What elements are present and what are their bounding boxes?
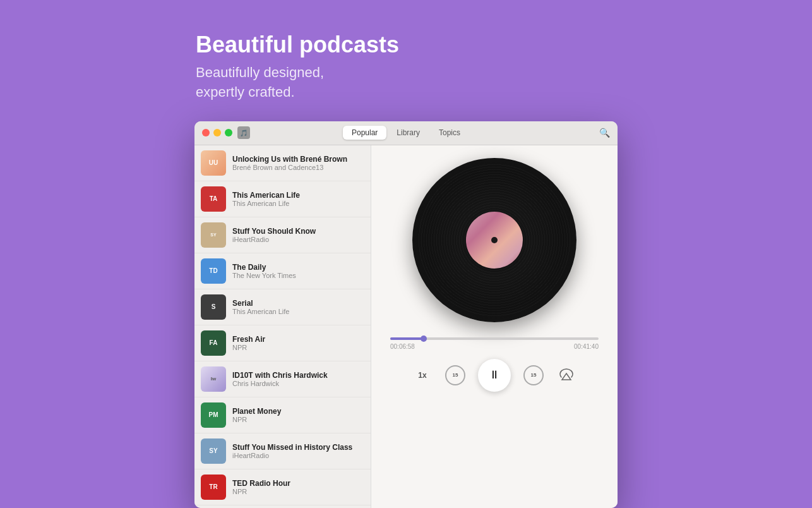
tab-topics[interactable]: Topics <box>430 126 469 140</box>
podcast-item-6[interactable]: FA Fresh Air NPR <box>194 325 371 361</box>
main-content: UU Unlocking Us with Brené Brown Brené B… <box>194 145 618 508</box>
podcast-item-2[interactable]: TA This American Life This American Life <box>194 181 371 217</box>
time-current: 00:06:58 <box>390 343 415 350</box>
progress-section: 00:06:58 00:41:40 <box>384 337 605 350</box>
podcast-item-5[interactable]: S Serial This American Life <box>194 289 371 325</box>
podcast-author-10: NPR <box>232 488 364 495</box>
podcast-info-7: ID10T with Chris Hardwick Chris Hardwick <box>232 371 364 387</box>
speed-button[interactable]: 1x <box>412 365 433 385</box>
tab-bar: Popular Library Topics <box>343 126 469 140</box>
podcast-artwork-10: TR <box>201 475 226 500</box>
traffic-lights <box>202 129 232 136</box>
skip-forward-button[interactable]: 15 <box>523 365 544 385</box>
podcast-item-10[interactable]: TR TED Radio Hour NPR <box>194 469 371 505</box>
podcast-info-2: This American Life This American Life <box>232 191 364 207</box>
podcast-info-10: TED Radio Hour NPR <box>232 479 364 495</box>
tab-popular[interactable]: Popular <box>343 126 386 140</box>
podcast-name-4: The Daily <box>232 263 364 272</box>
podcast-info-8: Planet Money NPR <box>232 407 364 423</box>
podcast-info-9: Stuff You Missed in History Class iHeart… <box>232 443 364 459</box>
podcast-artwork-3: SY <box>201 222 226 248</box>
podcast-name-5: Serial <box>232 299 364 308</box>
svg-marker-0 <box>562 373 571 380</box>
podcast-item-7[interactable]: Iw ID10T with Chris Hardwick Chris Hardw… <box>194 361 371 397</box>
skip-back-button[interactable]: 15 <box>445 365 465 385</box>
podcast-author-2: This American Life <box>232 200 364 207</box>
podcast-artwork-8: PM <box>201 402 226 428</box>
podcast-list: UU Unlocking Us with Brené Brown Brené B… <box>194 145 371 508</box>
podcast-name-6: Fresh Air <box>232 335 364 344</box>
podcast-name-7: ID10T with Chris Hardwick <box>232 371 364 380</box>
podcast-name-1: Unlocking Us with Brené Brown <box>232 155 364 164</box>
podcast-author-4: The New York Times <box>232 272 364 279</box>
vinyl-container <box>412 158 576 322</box>
tab-library[interactable]: Library <box>388 126 429 140</box>
podcast-info-5: Serial This American Life <box>232 299 364 315</box>
player-panel: 00:06:58 00:41:40 1x 15 ⏸ 15 <box>371 145 618 508</box>
podcast-item-8[interactable]: PM Planet Money NPR <box>194 397 371 433</box>
podcast-info-1: Unlocking Us with Brené Brown Brené Brow… <box>232 155 364 171</box>
playback-controls: 1x 15 ⏸ 15 <box>412 359 576 392</box>
podcast-author-8: NPR <box>232 416 364 423</box>
airplay-button[interactable] <box>556 365 576 385</box>
podcast-author-3: iHeartRadio <box>232 236 364 243</box>
podcast-artwork-7: Iw <box>201 366 226 392</box>
podcast-name-3: Stuff You Should Know <box>232 227 364 236</box>
podcast-item-3[interactable]: SY Stuff You Should Know iHeartRadio <box>194 217 371 253</box>
main-title: Beautiful podcasts <box>196 32 812 58</box>
podcast-artwork-4: TD <box>201 258 226 284</box>
app-icon: 🎵 <box>237 126 250 139</box>
podcast-author-7: Chris Hardwick <box>232 380 364 387</box>
podcast-artwork-5: S <box>201 294 226 320</box>
podcast-author-9: iHeartRadio <box>232 452 364 459</box>
podcast-info-3: Stuff You Should Know iHeartRadio <box>232 227 364 243</box>
minimize-button[interactable] <box>213 129 221 136</box>
sub-title: Beautifully designed, expertly crafted. <box>196 63 812 102</box>
progress-thumb <box>421 336 427 342</box>
podcast-author-6: NPR <box>232 344 364 351</box>
time-labels: 00:06:58 00:41:40 <box>390 343 599 350</box>
title-bar: 🎵 Popular Library Topics 🔍 <box>194 121 618 145</box>
podcast-info-6: Fresh Air NPR <box>232 335 364 351</box>
podcast-name-9: Stuff You Missed in History Class <box>232 443 364 452</box>
podcast-name-8: Planet Money <box>232 407 364 416</box>
time-total: 00:41:40 <box>574 343 599 350</box>
headline-section: Beautiful podcasts Beautifully designed,… <box>0 32 812 102</box>
podcast-item-9[interactable]: SY Stuff You Missed in History Class iHe… <box>194 433 371 469</box>
maximize-button[interactable] <box>225 129 232 136</box>
search-icon[interactable]: 🔍 <box>599 128 610 138</box>
podcast-artwork-1: UU <box>201 150 226 176</box>
podcast-info-4: The Daily The New York Times <box>232 263 364 279</box>
progress-bar[interactable] <box>390 337 599 340</box>
play-pause-button[interactable]: ⏸ <box>478 359 511 392</box>
podcast-artwork-9: SY <box>201 438 226 464</box>
vinyl-center-hole <box>491 237 498 243</box>
close-button[interactable] <box>202 129 210 136</box>
podcast-name-2: This American Life <box>232 191 364 200</box>
podcast-item-11[interactable]: FR Freakonomics Radio Freakonomics Radio <box>194 505 371 508</box>
app-window: 🎵 Popular Library Topics 🔍 UU Unlocking … <box>194 121 618 508</box>
podcast-artwork-6: FA <box>201 330 226 356</box>
podcast-name-10: TED Radio Hour <box>232 479 364 488</box>
podcast-item-1[interactable]: UU Unlocking Us with Brené Brown Brené B… <box>194 145 371 181</box>
podcast-artwork-2: TA <box>201 186 226 212</box>
podcast-author-1: Brené Brown and Cadence13 <box>232 164 364 171</box>
podcast-author-5: This American Life <box>232 308 364 315</box>
vinyl-record <box>412 158 576 322</box>
vinyl-label <box>466 212 523 269</box>
progress-fill <box>390 337 424 340</box>
podcast-item-4[interactable]: TD The Daily The New York Times <box>194 253 371 289</box>
